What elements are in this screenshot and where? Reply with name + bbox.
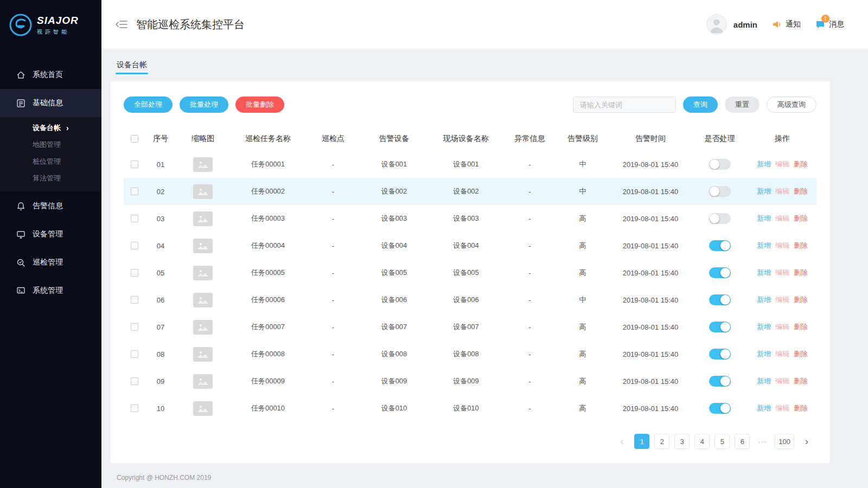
row-checkbox[interactable]: [131, 350, 138, 358]
thumbnail-image[interactable]: [193, 184, 213, 199]
tab-device-ledger[interactable]: 设备台帐: [116, 56, 148, 74]
handled-toggle[interactable]: [709, 240, 731, 251]
handled-toggle[interactable]: [709, 376, 731, 387]
handled-toggle[interactable]: [709, 349, 731, 359]
handled-toggle[interactable]: [709, 403, 731, 414]
message-action[interactable]: 1 消息: [815, 19, 844, 30]
sidebar-item-basic-info[interactable]: 基础信息: [0, 89, 101, 117]
reset-button[interactable]: 重置: [725, 97, 760, 113]
thumbnail-image[interactable]: [193, 157, 213, 172]
thumbnail-image[interactable]: [193, 211, 213, 226]
pagination-page[interactable]: 1: [634, 434, 649, 449]
alarm-device: 设备004: [360, 241, 428, 251]
row-checkbox[interactable]: [131, 404, 138, 412]
advanced-query-button[interactable]: 高级查询: [767, 97, 816, 113]
edit-link[interactable]: 编辑: [775, 241, 789, 251]
row-checkbox[interactable]: [131, 269, 138, 277]
sidebar-collapse-icon[interactable]: [116, 20, 127, 29]
edit-link[interactable]: 编辑: [775, 322, 789, 332]
select-all-checkbox[interactable]: [131, 135, 138, 143]
add-link[interactable]: 新增: [757, 349, 771, 359]
edit-link[interactable]: 编辑: [775, 376, 789, 386]
query-button[interactable]: 查询: [683, 97, 718, 113]
thumbnail-image[interactable]: [193, 239, 213, 253]
batch-process-button[interactable]: 批量处理: [180, 97, 228, 113]
handled-toggle[interactable]: [709, 294, 731, 305]
thumbnail-image[interactable]: [193, 266, 213, 280]
notice-action[interactable]: 通知: [771, 19, 801, 30]
handled-toggle[interactable]: [709, 267, 731, 278]
sidebar-item-system-management[interactable]: 系统管理: [0, 277, 101, 305]
row-checkbox[interactable]: [131, 377, 138, 385]
add-link[interactable]: 新增: [757, 159, 771, 169]
sidebar-item-label: 告警信息: [33, 201, 63, 211]
sidebar-subitem-pile-management[interactable]: 桩位管理: [0, 153, 101, 170]
avatar[interactable]: [706, 14, 727, 35]
brand-subtitle: 视距智能: [37, 28, 79, 36]
delete-link[interactable]: 删除: [794, 268, 808, 278]
delete-link[interactable]: 删除: [794, 376, 808, 386]
edit-link[interactable]: 编辑: [775, 187, 789, 196]
pagination-page[interactable]: 5: [714, 434, 730, 449]
delete-link[interactable]: 删除: [794, 349, 808, 359]
add-link[interactable]: 新增: [757, 295, 771, 305]
handled-toggle[interactable]: [709, 186, 731, 197]
edit-link[interactable]: 编辑: [775, 159, 789, 169]
add-link[interactable]: 新增: [757, 214, 771, 223]
row-checkbox[interactable]: [131, 215, 138, 222]
delete-link[interactable]: 删除: [794, 159, 808, 169]
handled-toggle[interactable]: [709, 322, 731, 332]
add-link[interactable]: 新增: [757, 268, 771, 278]
sidebar-item-home[interactable]: 系统首页: [0, 61, 101, 89]
sidebar-item-device-management[interactable]: 设备管理: [0, 220, 101, 248]
sidebar-subitem-algorithm-management[interactable]: 算法管理: [0, 170, 101, 187]
sidebar-subitem-device-ledger[interactable]: 设备台帐 ›: [0, 119, 101, 136]
edit-link[interactable]: 编辑: [775, 214, 789, 223]
pagination-next[interactable]: ›: [799, 434, 814, 449]
thumbnail-image[interactable]: [193, 320, 213, 335]
thumbnail-image[interactable]: [193, 347, 213, 362]
search-input[interactable]: [573, 97, 676, 113]
sidebar-subitem-label: 桩位管理: [33, 157, 61, 166]
delete-link[interactable]: 删除: [794, 214, 808, 223]
delete-link[interactable]: 删除: [794, 403, 808, 413]
handled-toggle[interactable]: [709, 159, 731, 170]
delete-link[interactable]: 删除: [794, 187, 808, 196]
edit-link[interactable]: 编辑: [775, 349, 789, 359]
edit-link[interactable]: 编辑: [775, 268, 789, 278]
add-link[interactable]: 新增: [757, 376, 771, 386]
pagination-page[interactable]: 3: [674, 434, 690, 449]
row-checkbox[interactable]: [131, 296, 138, 304]
sidebar-submenu-basic-info: 设备台帐 › 地图管理 桩位管理 算法管理: [0, 117, 101, 192]
process-all-button[interactable]: 全部处理: [124, 97, 173, 113]
add-link[interactable]: 新增: [757, 403, 771, 413]
delete-link[interactable]: 删除: [794, 241, 808, 251]
delete-link[interactable]: 删除: [794, 322, 808, 332]
username-label[interactable]: admin: [733, 20, 757, 29]
sidebar-item-inspection-management[interactable]: 巡检管理: [0, 248, 101, 277]
table-body: 01任务00001-设备001设备001-中2019-08-01 15:40新增…: [124, 151, 816, 422]
thumbnail-image[interactable]: [193, 374, 213, 389]
sidebar-item-alarm-info[interactable]: 告警信息: [0, 192, 101, 220]
pagination-page[interactable]: 2: [654, 434, 669, 449]
pagination-prev[interactable]: ‹: [614, 434, 629, 449]
row-checkbox[interactable]: [131, 242, 138, 249]
pagination-page[interactable]: 6: [735, 434, 750, 449]
thumbnail-image[interactable]: [193, 293, 213, 307]
handled-toggle[interactable]: [709, 213, 731, 224]
row-checkbox[interactable]: [131, 160, 138, 168]
sidebar-subitem-map-management[interactable]: 地图管理: [0, 136, 101, 153]
pagination-page[interactable]: 4: [694, 434, 710, 449]
add-link[interactable]: 新增: [757, 241, 771, 251]
add-link[interactable]: 新增: [757, 187, 771, 196]
pagination-ellipsis: ···: [755, 434, 770, 449]
edit-link[interactable]: 编辑: [775, 403, 789, 413]
row-checkbox[interactable]: [131, 323, 138, 331]
thumbnail-image[interactable]: [193, 401, 213, 416]
row-checkbox[interactable]: [131, 188, 138, 195]
add-link[interactable]: 新增: [757, 322, 771, 332]
batch-delete-button[interactable]: 批量删除: [235, 97, 284, 113]
delete-link[interactable]: 删除: [794, 295, 808, 305]
pagination-page[interactable]: 100: [775, 434, 794, 449]
edit-link[interactable]: 编辑: [775, 295, 789, 305]
